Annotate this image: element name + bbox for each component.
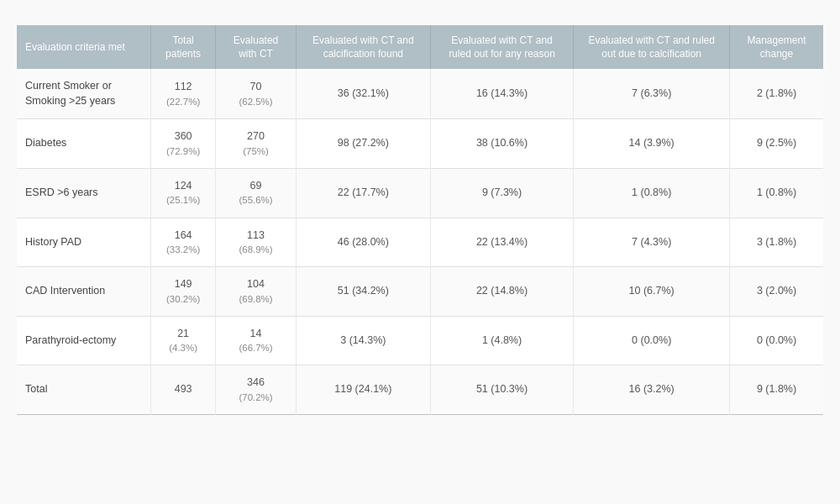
- cell-criteria: ESRD >6 years: [17, 168, 151, 218]
- cell-calc-found: 46 (28.0%): [296, 218, 430, 267]
- cell-ruled-out-any: 22 (13.4%): [430, 218, 574, 267]
- cell-criteria: Parathyroid-ectomy: [17, 316, 151, 365]
- cell-total: 360(72.9%): [151, 119, 216, 169]
- cell-ruled-out-calc: 0 (0.0%): [574, 316, 730, 365]
- cell-calc-found: 3 (14.3%): [296, 316, 430, 365]
- header-criteria: Evaluation criteria met: [17, 25, 151, 69]
- cell-ruled-out-any: 16 (14.3%): [430, 69, 574, 119]
- cell-calc-found: 51 (34.2%): [296, 267, 430, 317]
- cell-mgmt-change: 0 (0.0%): [730, 316, 823, 365]
- cell-total: 112(22.7%): [151, 69, 216, 119]
- cell-eval-ct: 69(55.6%): [216, 168, 297, 218]
- cell-criteria: Total: [17, 365, 151, 415]
- table-row: CAD Intervention149(30.2%)104(69.8%)51 (…: [17, 267, 823, 317]
- cell-eval-ct: 104(69.8%): [216, 267, 297, 317]
- cell-total: 164(33.2%): [151, 218, 216, 267]
- cell-total: 124(25.1%): [151, 168, 216, 218]
- cell-mgmt-change: 9 (2.5%): [730, 119, 823, 169]
- cell-calc-found: 119 (24.1%): [296, 365, 430, 415]
- cell-mgmt-change: 9 (1.8%): [730, 365, 823, 415]
- table-row: Diabetes360(72.9%)270(75%)98 (27.2%)38 (…: [17, 119, 823, 169]
- cell-ruled-out-any: 9 (7.3%): [430, 168, 574, 218]
- header-evaluated-ct: Evaluated with CT: [216, 25, 297, 69]
- cell-calc-found: 36 (32.1%): [296, 69, 430, 119]
- cell-ruled-out-calc: 14 (3.9%): [574, 119, 730, 169]
- cell-total: 493: [151, 365, 216, 415]
- table-row: Current Smoker or Smoking >25 years112(2…: [17, 69, 823, 119]
- cell-ruled-out-calc: 1 (0.8%): [574, 168, 730, 218]
- cell-total: 149(30.2%): [151, 267, 216, 317]
- cell-eval-ct: 70(62.5%): [216, 69, 297, 119]
- header-calc-found: Evaluated with CT and calcification foun…: [296, 25, 430, 69]
- header-ruled-out-calc: Evaluated with CT and ruled out due to c…: [574, 25, 730, 69]
- cell-ruled-out-any: 1 (4.8%): [430, 316, 574, 365]
- cell-ruled-out-calc: 16 (3.2%): [574, 365, 730, 415]
- header-ruled-out-any: Evaluated with CT and ruled out for any …: [430, 25, 574, 69]
- cell-ruled-out-calc: 7 (6.3%): [574, 69, 730, 119]
- cell-eval-ct: 270(75%): [216, 119, 297, 169]
- cell-mgmt-change: 2 (1.8%): [730, 69, 823, 119]
- cell-criteria: CAD Intervention: [17, 267, 151, 317]
- cell-criteria: History PAD: [17, 218, 151, 267]
- cell-ruled-out-calc: 7 (4.3%): [574, 218, 730, 267]
- cell-ruled-out-any: 22 (14.8%): [430, 267, 574, 317]
- data-table: Evaluation criteria met Total patients E…: [17, 25, 823, 415]
- table-row: ESRD >6 years124(25.1%)69(55.6%)22 (17.7…: [17, 168, 823, 218]
- cell-total: 21(4.3%): [151, 316, 216, 365]
- table-row: Parathyroid-ectomy21(4.3%)14(66.7%)3 (14…: [17, 316, 823, 365]
- header-total-patients: Total patients: [151, 25, 216, 69]
- cell-mgmt-change: 3 (1.8%): [730, 218, 823, 267]
- cell-criteria: Diabetes: [17, 119, 151, 169]
- header-mgmt-change: Management change: [730, 25, 823, 69]
- cell-eval-ct: 346(70.2%): [216, 365, 297, 415]
- cell-criteria: Current Smoker or Smoking >25 years: [17, 69, 151, 119]
- table-row: Total493346(70.2%)119 (24.1%)51 (10.3%)1…: [17, 365, 823, 415]
- cell-calc-found: 22 (17.7%): [296, 168, 430, 218]
- cell-eval-ct: 14(66.7%): [216, 316, 297, 365]
- table-row: History PAD164(33.2%)113(68.9%)46 (28.0%…: [17, 218, 823, 267]
- cell-ruled-out-any: 51 (10.3%): [430, 365, 574, 415]
- cell-mgmt-change: 3 (2.0%): [730, 267, 823, 317]
- cell-calc-found: 98 (27.2%): [296, 119, 430, 169]
- cell-mgmt-change: 1 (0.8%): [730, 168, 823, 218]
- cell-eval-ct: 113(68.9%): [216, 218, 297, 267]
- cell-ruled-out-calc: 10 (6.7%): [574, 267, 730, 317]
- cell-ruled-out-any: 38 (10.6%): [430, 119, 574, 169]
